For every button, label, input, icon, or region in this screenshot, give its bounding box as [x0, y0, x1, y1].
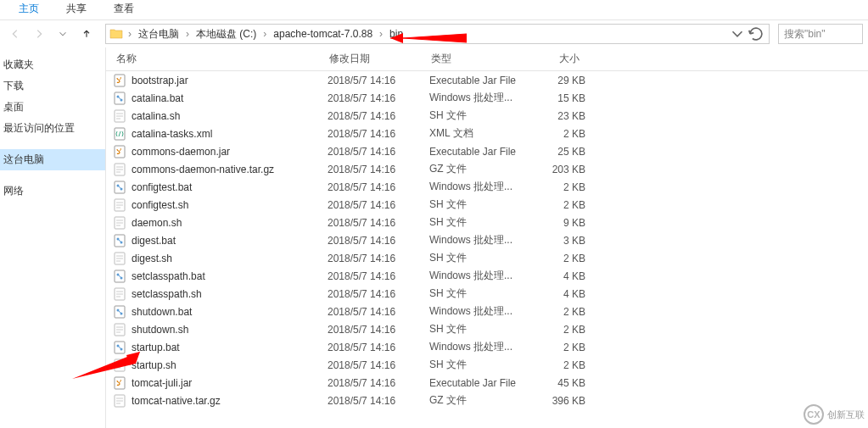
file-row[interactable]: shutdown.sh2018/5/7 14:16SH 文件2 KB: [106, 320, 868, 338]
file-date: 2018/5/7 14:16: [328, 199, 429, 211]
file-type: Windows 批处理...: [429, 91, 540, 105]
file-row[interactable]: configtest.bat2018/5/7 14:16Windows 批处理.…: [106, 178, 868, 196]
file-icon: [113, 92, 126, 105]
file-size: 2 KB: [540, 128, 599, 140]
file-row[interactable]: startup.sh2018/5/7 14:16SH 文件2 KB: [106, 356, 868, 374]
file-type: SH 文件: [429, 286, 540, 301]
file-size: 2 KB: [540, 342, 599, 353]
tab-share[interactable]: 共享: [53, 0, 100, 19]
file-name: commons-daemon-native.tar.gz: [132, 164, 328, 175]
file-type: SH 文件: [429, 197, 540, 212]
search-input[interactable]: 搜索"bin": [778, 24, 863, 44]
sidebar-item-downloads[interactable]: 下载: [0, 75, 105, 97]
file-size: 3 KB: [540, 235, 599, 247]
file-icon: [113, 323, 126, 336]
column-name[interactable]: 名称: [106, 48, 322, 69]
ribbon-tabs: 主页 共享 查看: [0, 0, 868, 20]
file-row[interactable]: catalina.sh2018/5/7 14:16SH 文件23 KB: [106, 107, 868, 125]
file-name: tomcat-juli.jar: [132, 377, 328, 389]
file-type: Executable Jar File: [429, 146, 540, 158]
sidebar-item-favorites[interactable]: 收藏夹: [0, 54, 105, 75]
file-row[interactable]: bootstrap.jar2018/5/7 14:16Executable Ja…: [106, 71, 868, 89]
up-button[interactable]: [76, 24, 97, 44]
file-icon: [113, 270, 126, 283]
file-date: 2018/5/7 14:16: [328, 342, 429, 353]
chevron-right-icon: ›: [261, 28, 268, 40]
column-size[interactable]: 大小: [535, 48, 594, 69]
column-type[interactable]: 类型: [424, 48, 535, 69]
file-row[interactable]: digest.bat2018/5/7 14:16Windows 批处理...3 …: [106, 231, 868, 249]
file-icon: [113, 127, 126, 141]
file-row[interactable]: configtest.sh2018/5/7 14:16SH 文件2 KB: [106, 196, 868, 214]
breadcrumb-item[interactable]: 这台电脑: [135, 25, 182, 43]
file-row[interactable]: setclasspath.bat2018/5/7 14:16Windows 批处…: [106, 267, 868, 285]
tab-view[interactable]: 查看: [100, 0, 148, 19]
file-name: startup.bat: [132, 342, 328, 353]
breadcrumb: › 这台电脑 › 本地磁盘 (C:) › apache-tomcat-7.0.8…: [126, 25, 728, 43]
file-name: commons-daemon.jar: [132, 146, 328, 158]
file-size: 29 KB: [540, 75, 599, 86]
file-name: catalina.sh: [132, 110, 328, 122]
sidebar-item-network[interactable]: 网络: [0, 181, 105, 202]
address-dropdown-icon[interactable]: [728, 25, 747, 43]
file-icon: [113, 109, 126, 123]
file-row[interactable]: setclasspath.sh2018/5/7 14:16SH 文件4 KB: [106, 285, 868, 303]
file-row[interactable]: daemon.sh2018/5/7 14:16SH 文件9 KB: [106, 214, 868, 231]
file-row[interactable]: startup.bat2018/5/7 14:16Windows 批处理...2…: [106, 338, 868, 356]
folder-icon: [109, 27, 123, 41]
file-date: 2018/5/7 14:16: [328, 395, 429, 407]
file-size: 2 KB: [540, 199, 599, 211]
tab-home[interactable]: 主页: [5, 0, 53, 19]
file-row[interactable]: shutdown.bat2018/5/7 14:16Windows 批处理...…: [106, 303, 868, 320]
file-name: startup.sh: [132, 359, 328, 371]
file-row[interactable]: digest.sh2018/5/7 14:16SH 文件2 KB: [106, 249, 868, 267]
file-name: configtest.bat: [132, 181, 328, 193]
sidebar-item-desktop[interactable]: 桌面: [0, 97, 105, 118]
chevron-right-icon: ›: [184, 28, 191, 40]
back-button[interactable]: [5, 24, 25, 44]
file-row[interactable]: catalina.bat2018/5/7 14:16Windows 批处理...…: [106, 89, 868, 107]
file-list-pane: 名称 修改日期 类型 大小 bootstrap.jar2018/5/7 14:1…: [106, 47, 868, 428]
file-icon: [113, 376, 126, 390]
recent-dropdown[interactable]: [53, 24, 73, 44]
file-date: 2018/5/7 14:16: [328, 217, 429, 229]
file-row[interactable]: catalina-tasks.xml2018/5/7 14:16XML 文档2 …: [106, 125, 868, 142]
address-bar[interactable]: › 这台电脑 › 本地磁盘 (C:) › apache-tomcat-7.0.8…: [105, 24, 770, 44]
file-icon: [113, 234, 126, 247]
file-size: 2 KB: [540, 324, 599, 336]
sidebar-item-recent[interactable]: 最近访问的位置: [0, 118, 105, 139]
file-type: GZ 文件: [429, 162, 540, 176]
file-row[interactable]: tomcat-native.tar.gz2018/5/7 14:16GZ 文件3…: [106, 392, 868, 409]
file-date: 2018/5/7 14:16: [328, 75, 429, 86]
breadcrumb-item[interactable]: apache-tomcat-7.0.88: [270, 26, 376, 42]
breadcrumb-item[interactable]: bin: [386, 26, 406, 42]
file-row[interactable]: commons-daemon-native.tar.gz2018/5/7 14:…: [106, 160, 868, 178]
sidebar-item-thispc[interactable]: 这台电脑: [0, 149, 105, 170]
file-icon: [113, 359, 126, 372]
file-date: 2018/5/7 14:16: [328, 253, 429, 264]
file-name: setclasspath.bat: [132, 270, 328, 282]
file-date: 2018/5/7 14:16: [328, 92, 429, 104]
file-type: XML 文档: [429, 126, 540, 141]
file-icon: [113, 74, 126, 87]
file-name: setclasspath.sh: [132, 288, 328, 300]
file-type: Windows 批处理...: [429, 304, 540, 319]
file-type: SH 文件: [429, 108, 540, 123]
file-row[interactable]: commons-daemon.jar2018/5/7 14:16Executab…: [106, 142, 868, 160]
file-name: digest.sh: [132, 253, 328, 264]
column-date[interactable]: 修改日期: [322, 48, 424, 69]
file-date: 2018/5/7 14:16: [328, 377, 429, 389]
file-row[interactable]: tomcat-juli.jar2018/5/7 14:16Executable …: [106, 374, 868, 392]
file-size: 4 KB: [540, 270, 599, 282]
file-size: 25 KB: [540, 146, 599, 158]
file-name: catalina.bat: [132, 92, 328, 104]
file-name: configtest.sh: [132, 199, 328, 211]
file-icon: [113, 341, 126, 354]
file-date: 2018/5/7 14:16: [328, 146, 429, 158]
refresh-button[interactable]: [747, 25, 765, 43]
file-date: 2018/5/7 14:16: [328, 110, 429, 122]
file-date: 2018/5/7 14:16: [328, 235, 429, 247]
file-icon: [113, 394, 126, 408]
forward-button[interactable]: [29, 24, 49, 44]
breadcrumb-item[interactable]: 本地磁盘 (C:): [193, 25, 260, 43]
